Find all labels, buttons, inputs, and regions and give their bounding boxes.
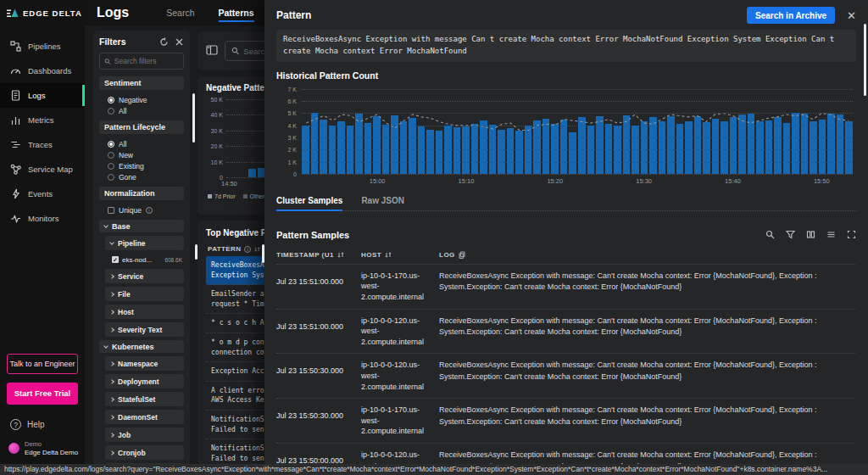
toggle-sidebar-icon[interactable]	[206, 45, 218, 57]
pattern-panel-title: Pattern	[276, 9, 747, 21]
bar	[248, 169, 256, 177]
facet-file[interactable]: File	[105, 287, 184, 301]
pattern-detail-panel: Pattern Search in Archive ✕ ReceiveBoxes…	[264, 0, 868, 464]
talk-to-engineer-button[interactable]: Talk to an Engineer	[7, 354, 78, 374]
historical-pattern-chart[interactable]: 7 K6 K5 K4 K3 K2 K1 K015:0015:1015:2015:…	[302, 89, 853, 174]
y-axis-tick: 5 K	[287, 110, 297, 116]
legend-label: Other	[250, 193, 265, 199]
filters-panel: Filters Sentiment Negative All Pattern L…	[93, 31, 190, 464]
chevron-right-icon	[109, 379, 114, 384]
close-icon[interactable]: ✕	[847, 10, 856, 21]
chevron-right-icon	[109, 433, 114, 438]
facet-daemonset[interactable]: DaemonSet	[105, 410, 184, 424]
sample-timestamp: Jul 23 15:50:30.000	[276, 360, 361, 392]
rows-icon[interactable]	[826, 230, 836, 241]
facet-pipeline[interactable]: Pipeline	[105, 236, 184, 250]
y-axis-tick: 7 K	[287, 86, 297, 92]
user-account[interactable]: Demo Edge Delta Demo	[0, 435, 85, 464]
section-normalization[interactable]: Normalization	[99, 187, 184, 200]
radio-new[interactable]: New	[99, 149, 184, 160]
sample-row[interactable]: Jul 23 15:51:00.000ip-10-0-1-170.us-west…	[276, 264, 856, 309]
x-axis-tick: 15:30	[636, 177, 652, 185]
sidebar-item-events[interactable]: Events	[0, 182, 85, 206]
column-log[interactable]: LOG	[439, 251, 856, 259]
sidebar-item-pipelines[interactable]: Pipelines	[0, 34, 85, 59]
brand-logo[interactable]: EDGE DELTA	[0, 0, 85, 25]
search-icon	[231, 47, 239, 55]
chevron-right-icon	[109, 327, 114, 332]
radio-all-sentiment[interactable]: All	[99, 105, 184, 116]
filters-scrollbar[interactable]	[192, 93, 195, 142]
facet-statefulset[interactable]: StatefulSet	[105, 392, 184, 406]
top-patterns-scrollbar[interactable]	[262, 244, 264, 263]
historical-count-title: Historical Pattern Count	[276, 70, 856, 81]
group-base[interactable]: Base	[99, 220, 184, 232]
filters-tree-scrollbar[interactable]	[195, 244, 198, 260]
sample-timestamp: Jul 23 15:51:00.000	[276, 271, 361, 303]
facet-host[interactable]: Host	[105, 305, 184, 319]
sample-log: ReceiveBoxesAsync Exception with message…	[439, 405, 856, 437]
help-menu[interactable]: ? Help	[0, 415, 85, 435]
legend-item[interactable]: 7d Prior	[208, 193, 236, 199]
tab-raw-json[interactable]: Raw JSON	[361, 196, 404, 210]
sample-row[interactable]: Jul 23 15:50:30.000ip-10-0-1-170.us-west…	[276, 398, 856, 443]
section-sentiment[interactable]: Sentiment	[99, 76, 184, 90]
radio-all-lifecycle[interactable]: All	[99, 138, 184, 149]
legend-label: 7d Prior	[214, 193, 236, 199]
facet-job[interactable]: Job	[105, 428, 184, 442]
reset-filters-icon[interactable]	[159, 37, 169, 47]
tab-patterns[interactable]: Patterns	[219, 0, 254, 25]
filters-search-input[interactable]	[114, 57, 179, 65]
section-pattern-lifecycle[interactable]: Pattern Lifecycle	[99, 120, 184, 134]
facet-cronjob[interactable]: Cronjob	[105, 445, 184, 460]
sidebar-item-traces[interactable]: Traces	[0, 132, 85, 157]
facet-severity-text[interactable]: Severity Text	[105, 322, 184, 337]
help-icon: ?	[10, 419, 21, 430]
tab-cluster-samples[interactable]: Cluster Samples	[276, 196, 342, 210]
info-icon: i	[244, 246, 251, 253]
group-kubernetes[interactable]: Kubernetes	[99, 340, 184, 353]
sidebar-item-dashboards[interactable]: Dashboards	[0, 59, 85, 83]
sidebar-item-monitors[interactable]: Monitors	[0, 206, 85, 231]
chevron-down-icon	[103, 223, 108, 228]
facet-service[interactable]: Service	[105, 269, 184, 283]
monitors-icon	[10, 213, 21, 224]
filter-icon[interactable]	[786, 230, 795, 241]
pattern-panel-scrollbar[interactable]	[864, 24, 866, 96]
radio-existing[interactable]: Existing	[99, 160, 184, 171]
sidebar-item-service-map[interactable]: Service Map	[0, 157, 85, 182]
checkbox-unique[interactable]: Uniquei	[99, 204, 184, 216]
y-axis-tick: 0	[220, 175, 223, 181]
y-axis-tick: 3 K	[287, 135, 297, 141]
filters-title: Filters	[99, 36, 153, 47]
sidebar-item-logs[interactable]: Logs	[0, 83, 85, 108]
y-axis-tick: 2 K	[287, 147, 297, 153]
search-in-archive-button[interactable]: Search in Archive	[747, 7, 835, 24]
filters-search[interactable]	[99, 53, 184, 70]
close-filters-icon[interactable]	[175, 37, 184, 47]
sample-row[interactable]: Jul 23 15:50:30.000ip-10-0-0-120.us-west…	[276, 353, 856, 398]
sample-row[interactable]: Jul 23 15:51:00.000ip-10-0-0-120.us-west…	[276, 309, 856, 354]
facet-value-eks-node[interactable]: ✓ eks-nod... 608.6K	[112, 254, 184, 265]
legend-item[interactable]: Other	[243, 193, 265, 199]
y-axis-tick: 50 K	[211, 97, 223, 103]
facet-deployment[interactable]: Deployment	[105, 374, 184, 388]
tab-search[interactable]: Search	[166, 0, 194, 25]
column-host[interactable]: HOST	[361, 251, 439, 259]
radio-negative[interactable]: Negative	[99, 94, 184, 105]
radio-icon	[108, 163, 114, 170]
radio-gone[interactable]: Gone	[99, 171, 184, 182]
expand-icon[interactable]	[847, 230, 856, 241]
sidebar-nav: Pipelines Dashboards Logs Metrics Traces…	[0, 34, 85, 231]
column-timestamp[interactable]: TIMESTAMP (U1	[276, 251, 361, 259]
facet-namespace[interactable]: Namespace	[105, 356, 184, 371]
start-free-trial-button[interactable]: Start Free Trial	[7, 383, 78, 405]
columns-icon[interactable]	[806, 230, 815, 241]
sample-timestamp: Jul 23 15:51:00.000	[276, 316, 361, 348]
gridline	[302, 113, 853, 114]
search-icon[interactable]	[765, 230, 775, 241]
radio-icon	[108, 174, 114, 181]
user-name: Demo	[25, 440, 78, 449]
gridline	[302, 149, 853, 150]
sidebar-item-metrics[interactable]: Metrics	[0, 108, 85, 132]
